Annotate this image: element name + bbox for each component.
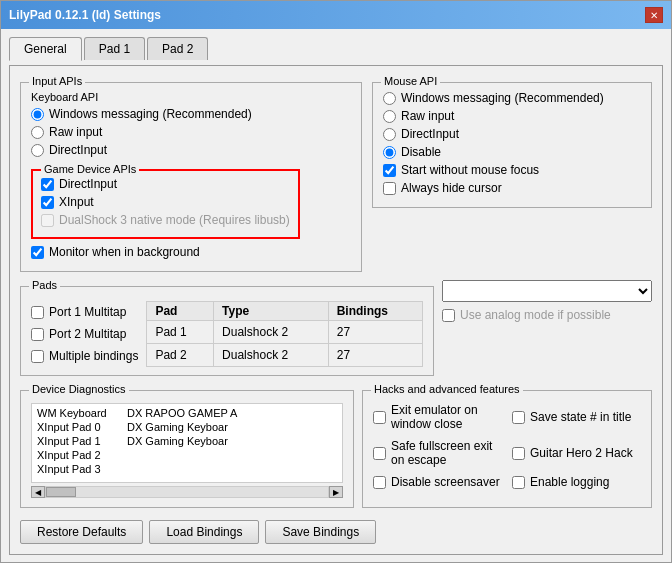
- diag-label-2: XInput Pad 1: [37, 435, 117, 447]
- port2-multitap-label[interactable]: Port 2 Multitap: [49, 327, 126, 341]
- multiple-bindings-checkbox[interactable]: [31, 350, 44, 363]
- keyboard-radio-raw[interactable]: [31, 126, 44, 139]
- analog-dropdown[interactable]: [442, 280, 652, 302]
- hack-0-checkbox[interactable]: [373, 411, 386, 424]
- bottom-buttons-left: Restore Defaults Load Bindings Save Bind…: [20, 520, 376, 544]
- mouse-radio-directinput-label[interactable]: DirectInput: [401, 127, 459, 141]
- table-row[interactable]: Pad 2 Dualshock 2 27: [147, 344, 423, 367]
- keyboard-radio-1: Raw input: [31, 125, 351, 139]
- hack-4-checkbox[interactable]: [373, 476, 386, 489]
- keyboard-api-section: Keyboard API Windows messaging (Recommen…: [31, 91, 351, 157]
- multiple-bindings-row: Multiple bindings: [31, 349, 138, 363]
- tab-pad1[interactable]: Pad 1: [84, 37, 145, 60]
- always-hide-cursor-checkbox[interactable]: [383, 182, 396, 195]
- hack-5-label[interactable]: Enable logging: [530, 475, 609, 489]
- port1-multitap-label[interactable]: Port 1 Multitap: [49, 305, 126, 319]
- mouse-radio-windows-label[interactable]: Windows messaging (Recommended): [401, 91, 604, 105]
- start-without-focus-row: Start without mouse focus: [383, 163, 641, 177]
- directinput-checkbox-label[interactable]: DirectInput: [59, 177, 117, 191]
- scroll-right-btn[interactable]: ▶: [329, 486, 343, 498]
- scroll-left-btn[interactable]: ◀: [31, 486, 45, 498]
- scroll-track[interactable]: [45, 486, 329, 498]
- dualshock3-checkbox-label: DualShock 3 native mode (Requires libusb…: [59, 213, 290, 227]
- keyboard-radio-directinput[interactable]: [31, 144, 44, 157]
- hack-4-label[interactable]: Disable screensaver: [391, 475, 500, 489]
- input-apis-row: Input APIs Keyboard API Windows messagin…: [20, 76, 652, 272]
- tab-pad2[interactable]: Pad 2: [147, 37, 208, 60]
- mouse-radio-windows[interactable]: [383, 92, 396, 105]
- mid-section: Pads Port 1 Multitap Port 2 Multitap: [20, 280, 652, 376]
- input-apis-left: Input APIs Keyboard API Windows messagin…: [20, 76, 362, 272]
- list-item: WM Keyboard DX RAPOO GAMEP A: [37, 407, 337, 419]
- keyboard-radio-windows[interactable]: [31, 108, 44, 121]
- list-item: XInput Pad 2: [37, 449, 337, 461]
- keyboard-radio-windows-label[interactable]: Windows messaging (Recommended): [49, 107, 252, 121]
- hack-2-row: Safe fullscreen exit on escape: [373, 439, 502, 467]
- monitor-checkbox-label[interactable]: Monitor when in background: [49, 245, 200, 259]
- hack-3-label[interactable]: Guitar Hero 2 Hack: [530, 446, 633, 460]
- pads-title: Pads: [29, 279, 60, 291]
- pads-group: Pads Port 1 Multitap Port 2 Multitap: [20, 286, 434, 376]
- hack-1-checkbox[interactable]: [512, 411, 525, 424]
- port1-multitap-row: Port 1 Multitap: [31, 305, 138, 319]
- keyboard-radio-raw-label[interactable]: Raw input: [49, 125, 102, 139]
- monitor-checkbox[interactable]: [31, 246, 44, 259]
- keyboard-api-label: Keyboard API: [31, 91, 351, 103]
- xinput-checkbox[interactable]: [41, 196, 54, 209]
- window-title: LilyPad 0.12.1 (ld) Settings: [9, 8, 161, 22]
- directinput-checkbox[interactable]: [41, 178, 54, 191]
- hack-3-checkbox[interactable]: [512, 447, 525, 460]
- tab-general[interactable]: General: [9, 37, 82, 61]
- mouse-radio-directinput[interactable]: [383, 128, 396, 141]
- close-button[interactable]: ✕: [645, 7, 663, 23]
- start-without-focus-label[interactable]: Start without mouse focus: [401, 163, 539, 177]
- diag-scrollbar-h: ◀ ▶: [31, 485, 343, 499]
- table-row[interactable]: Pad 1 Dualshock 2 27: [147, 321, 423, 344]
- pad2-type-cell: Dualshock 2: [214, 344, 329, 367]
- port1-multitap-checkbox[interactable]: [31, 306, 44, 319]
- use-analog-row: Use analog mode if possible: [442, 308, 652, 322]
- mouse-api-right: Mouse API Windows messaging (Recommended…: [372, 76, 652, 272]
- pad2-cell: Pad 2: [147, 344, 214, 367]
- scroll-thumb: [46, 487, 76, 497]
- mouse-radio-disable-label[interactable]: Disable: [401, 145, 441, 159]
- input-apis-title: Input APIs: [29, 75, 85, 87]
- keyboard-radio-2: DirectInput: [31, 143, 351, 157]
- hacks-grid: Exit emulator on window close Save state…: [373, 403, 641, 493]
- restore-defaults-button[interactable]: Restore Defaults: [20, 520, 143, 544]
- hacks-group: Hacks and advanced features Exit emulato…: [362, 390, 652, 508]
- keyboard-radio-directinput-label[interactable]: DirectInput: [49, 143, 107, 157]
- mouse-api-title: Mouse API: [381, 75, 440, 87]
- bottom-section: Device Diagnostics WM Keyboard DX RAPOO …: [20, 384, 652, 508]
- hack-0-label[interactable]: Exit emulator on window close: [391, 403, 502, 431]
- hack-5-checkbox[interactable]: [512, 476, 525, 489]
- main-content: General Pad 1 Pad 2 Input APIs Keyboard …: [1, 29, 671, 563]
- load-bindings-button[interactable]: Load Bindings: [149, 520, 259, 544]
- mouse-radio-3: Disable: [383, 145, 641, 159]
- analog-dropdown-row: [442, 280, 652, 302]
- tab-content-general: Input APIs Keyboard API Windows messagin…: [9, 65, 663, 555]
- use-analog-checkbox[interactable]: [442, 309, 455, 322]
- multiple-bindings-label[interactable]: Multiple bindings: [49, 349, 138, 363]
- always-hide-cursor-row: Always hide cursor: [383, 181, 641, 195]
- mouse-radio-raw-label[interactable]: Raw input: [401, 109, 454, 123]
- always-hide-cursor-label[interactable]: Always hide cursor: [401, 181, 502, 195]
- port2-multitap-checkbox[interactable]: [31, 328, 44, 341]
- main-window: LilyPad 0.12.1 (ld) Settings ✕ General P…: [0, 0, 672, 563]
- save-bindings-button[interactable]: Save Bindings: [265, 520, 376, 544]
- mouse-radio-raw[interactable]: [383, 110, 396, 123]
- hack-2-label[interactable]: Safe fullscreen exit on escape: [391, 439, 502, 467]
- pad-table-header-bindings: Bindings: [328, 302, 422, 321]
- xinput-checkbox-row: XInput: [41, 195, 290, 209]
- hack-2-checkbox[interactable]: [373, 447, 386, 460]
- device-diagnostics-group: Device Diagnostics WM Keyboard DX RAPOO …: [20, 390, 354, 508]
- use-analog-label[interactable]: Use analog mode if possible: [460, 308, 611, 322]
- start-without-focus-checkbox[interactable]: [383, 164, 396, 177]
- hack-1-label[interactable]: Save state # in title: [530, 410, 631, 424]
- mouse-radio-0: Windows messaging (Recommended): [383, 91, 641, 105]
- pad-table: Pad Type Bindings Pad 1 Dualshock 2 27: [146, 301, 423, 367]
- xinput-checkbox-label[interactable]: XInput: [59, 195, 94, 209]
- dualshock3-checkbox-row: DualShock 3 native mode (Requires libusb…: [41, 213, 290, 227]
- mouse-radio-disable[interactable]: [383, 146, 396, 159]
- mouse-radio-2: DirectInput: [383, 127, 641, 141]
